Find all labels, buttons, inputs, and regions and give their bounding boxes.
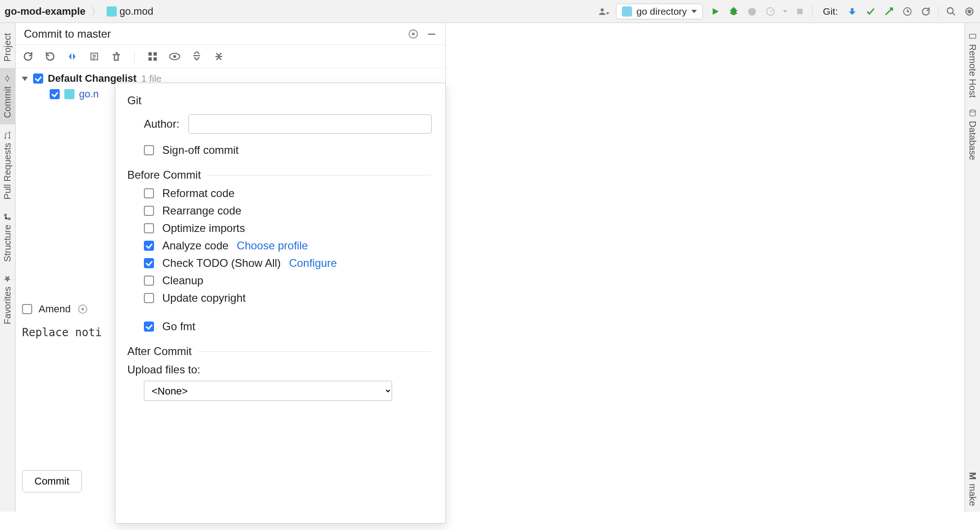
svg-rect-20 — [148, 57, 152, 60]
signoff-checkbox[interactable] — [144, 145, 154, 155]
author-input[interactable] — [188, 114, 432, 134]
diff-icon[interactable] — [66, 51, 78, 62]
refresh-icon[interactable] — [22, 51, 34, 62]
reformat-checkbox[interactable] — [144, 188, 154, 198]
tab-commit[interactable]: Commit — [0, 68, 16, 124]
commit-button[interactable]: Commit — [22, 470, 82, 492]
optimize-checkbox[interactable] — [144, 223, 154, 233]
changed-file-name: go.n — [79, 88, 99, 100]
expand-all-icon[interactable] — [191, 51, 203, 62]
todo-link[interactable]: Configure — [289, 257, 337, 270]
after-commit-header: After Commit — [127, 345, 192, 358]
gear-icon[interactable] — [408, 28, 419, 39]
ide-settings-icon[interactable] — [963, 6, 975, 17]
svg-rect-12 — [969, 34, 976, 39]
tab-favorites[interactable]: Favorites — [0, 268, 16, 331]
commit-toolbar — [16, 45, 445, 68]
tab-structure[interactable]: Structure — [0, 206, 16, 268]
tab-project[interactable]: Project — [0, 27, 16, 68]
breadcrumb-project[interactable]: go-mod-example — [5, 6, 85, 17]
view-options-icon[interactable] — [169, 51, 181, 62]
svg-point-14 — [412, 33, 415, 35]
svg-rect-16 — [428, 34, 435, 35]
svg-rect-10 — [8, 217, 11, 220]
svg-point-9 — [9, 131, 11, 133]
gofmt-checkbox[interactable] — [144, 321, 154, 332]
search-everywhere-icon[interactable] — [945, 6, 957, 17]
right-tool-strip: Remote Host Database Mmake — [964, 23, 980, 512]
rollback-icon[interactable] — [44, 51, 56, 62]
chevron-right-icon: 〉 — [91, 5, 101, 18]
changelist-icon[interactable] — [88, 51, 100, 62]
commit-icon[interactable] — [865, 6, 877, 17]
analyze-checkbox[interactable] — [144, 241, 154, 251]
svg-rect-1 — [797, 9, 803, 14]
git-label: Git: — [823, 6, 838, 17]
rollback-icon[interactable] — [920, 6, 932, 17]
svg-rect-18 — [148, 52, 152, 55]
run-config-select[interactable]: go directory — [616, 4, 703, 19]
todo-label: Check TODO (Show All) — [162, 257, 281, 270]
commit-panel-title: Commit to master — [24, 28, 400, 40]
svg-rect-21 — [154, 57, 157, 60]
author-label: Author: — [144, 118, 179, 130]
go-file-icon — [107, 6, 117, 17]
history-icon[interactable] — [901, 6, 913, 17]
svg-point-13 — [970, 110, 975, 112]
push-icon[interactable] — [883, 6, 895, 17]
coverage-button[interactable] — [746, 6, 758, 17]
upload-target-select[interactable]: <None> … Always use selected server or g… — [144, 381, 392, 401]
stop-button[interactable] — [794, 6, 806, 17]
rearrange-label: Rearrange code — [162, 204, 241, 217]
shelve-icon[interactable] — [110, 51, 122, 62]
breadcrumb-file[interactable]: go.mod — [120, 6, 153, 17]
svg-rect-11 — [5, 214, 7, 216]
svg-point-6 — [6, 77, 10, 81]
optimize-label: Optimize imports — [162, 222, 245, 235]
rearrange-checkbox[interactable] — [144, 206, 154, 216]
cleanup-label: Cleanup — [162, 274, 203, 287]
reformat-label: Reformat code — [162, 187, 234, 200]
tab-remote-host[interactable]: Remote Host — [964, 27, 980, 103]
svg-point-23 — [173, 55, 176, 58]
tab-pull-requests[interactable]: Pull Requests — [0, 124, 16, 206]
file-checkbox[interactable] — [50, 89, 60, 99]
analyze-label: Analyze code — [162, 239, 228, 252]
go-file-icon — [64, 89, 74, 99]
left-tool-strip: Project Commit Pull Requests Structure F… — [0, 23, 16, 512]
gopher-icon — [622, 6, 632, 17]
chevron-down-icon[interactable] — [21, 75, 28, 82]
minimize-icon[interactable] — [426, 28, 437, 39]
chevron-down-icon — [691, 9, 697, 14]
amend-checkbox[interactable] — [22, 304, 32, 314]
collapse-all-icon[interactable] — [213, 51, 225, 62]
copyright-label: Update copyright — [162, 292, 245, 304]
svg-point-24 — [81, 308, 84, 310]
svg-rect-19 — [154, 52, 157, 55]
git-section-title: Git — [127, 94, 432, 107]
copyright-checkbox[interactable] — [144, 293, 154, 303]
debug-button[interactable] — [728, 6, 740, 17]
run-button[interactable] — [709, 6, 721, 17]
svg-point-7 — [9, 137, 11, 139]
breadcrumb: go-mod-example 〉 go.mod — [5, 5, 153, 18]
tab-make[interactable]: Mmake — [964, 467, 980, 512]
cleanup-checkbox[interactable] — [144, 276, 154, 286]
before-commit-header: Before Commit — [127, 169, 201, 181]
add-config-icon[interactable] — [598, 6, 610, 17]
analyze-link[interactable]: Choose profile — [237, 239, 308, 252]
todo-checkbox[interactable] — [144, 258, 154, 268]
nav-bar: go-mod-example 〉 go.mod go directory Git… — [0, 0, 980, 23]
gear-icon[interactable] — [77, 304, 88, 315]
gofmt-label: Go fmt — [162, 320, 195, 333]
changelist-checkbox[interactable] — [33, 73, 43, 84]
amend-label: Amend — [39, 303, 71, 315]
tab-database[interactable]: Database — [964, 103, 980, 166]
upload-label: Upload files to: — [127, 363, 432, 376]
signoff-label: Sign-off commit — [162, 144, 239, 157]
update-project-icon[interactable] — [846, 6, 858, 17]
group-by-dir-icon[interactable] — [147, 51, 159, 62]
commit-options-popup: Git Author: Sign-off commit Before Commi… — [115, 83, 446, 524]
svg-point-3 — [947, 7, 953, 13]
profile-button[interactable] — [764, 6, 776, 17]
